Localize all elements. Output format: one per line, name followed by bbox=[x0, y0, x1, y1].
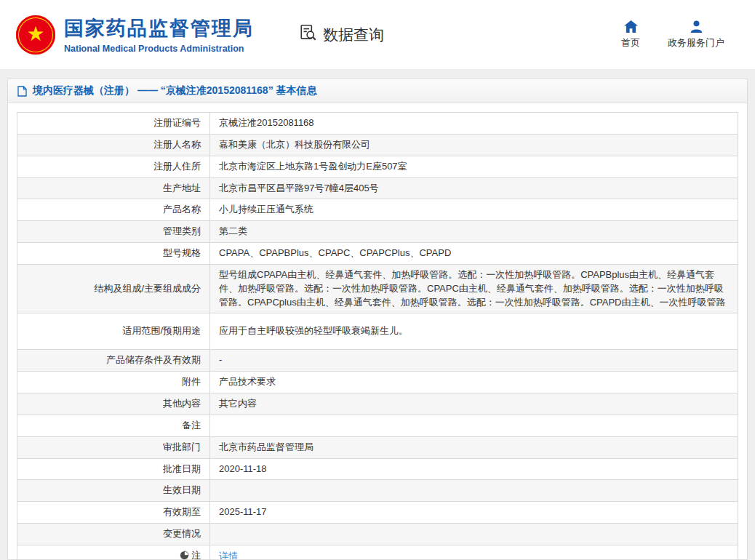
row-value: 小儿持续正压通气系统 bbox=[210, 199, 738, 221]
row-label-text: 结构及组成/主要组成成分 bbox=[94, 283, 201, 294]
national-emblem-icon: ★ bbox=[16, 15, 55, 55]
emblem-star-glyph: ★ bbox=[26, 24, 44, 44]
row-label-text: 注 bbox=[191, 550, 201, 560]
row-label: 型号规格 bbox=[17, 243, 210, 265]
row-label-text: 备注 bbox=[182, 420, 201, 431]
row-label-text: 注册人住所 bbox=[153, 161, 201, 172]
info-table: 注册证编号 京械注准20152081168 注册人名称 嘉和美康（北京）科技股份… bbox=[17, 112, 738, 560]
row-label-text: 适用范围/预期用途 bbox=[122, 325, 201, 336]
data-query-tab[interactable]: 数据查询 bbox=[299, 23, 384, 46]
table-row: 注册人住所 北京市海淀区上地东路1号盈创动力E座507室 bbox=[17, 156, 738, 177]
detail-link[interactable]: 详情 bbox=[219, 551, 238, 560]
page-body: 境内医疗器械（注册） —— “京械注准20152081168” 基本信息 注册证… bbox=[0, 70, 755, 560]
table-row: 产品名称 小儿持续正压通气系统 bbox=[17, 199, 738, 221]
user-icon bbox=[690, 20, 703, 33]
table-row: 其他内容 其它内容 bbox=[17, 393, 738, 415]
row-value: 北京市海淀区上地东路1号盈创动力E座507室 bbox=[210, 156, 738, 177]
row-value: 北京市药品监督管理局 bbox=[210, 436, 738, 458]
table-row: 批准日期 2020-11-18 bbox=[17, 458, 738, 480]
info-table-body: 注册证编号 京械注准20152081168 注册人名称 嘉和美康（北京）科技股份… bbox=[17, 113, 738, 560]
row-label: 管理类别 bbox=[17, 221, 210, 243]
row-label-text: 管理类别 bbox=[163, 225, 201, 236]
row-label-text: 其他内容 bbox=[163, 398, 201, 409]
table-row: 审批部门 北京市药品监督管理局 bbox=[17, 436, 738, 458]
page-title: 境内医疗器械（注册） —— “京械注准20152081168” 基本信息 bbox=[33, 84, 317, 97]
site-header: ★ 国家药品监督管理局 National Medical Products Ad… bbox=[0, 0, 755, 70]
table-row: 型号规格 CPAPA、CPAPBPlus、CPAPC、CPAPCPlus、CPA… bbox=[17, 243, 738, 265]
table-row: 注 详情 bbox=[17, 545, 738, 560]
row-value: 详情 bbox=[210, 545, 738, 560]
page: { "header": { "org_cn": "国家药品监督管理局", "or… bbox=[0, 0, 755, 560]
table-row: 有效期至 2025-11-17 bbox=[17, 502, 738, 524]
nav-portal[interactable]: 政务服务门户 bbox=[668, 20, 724, 49]
row-value: 应用于自主呼吸较强的轻型呼吸衰竭新生儿。 bbox=[210, 313, 738, 350]
table-row: 生产地址 北京市昌平区昌平路97号7幢4层405号 bbox=[17, 177, 738, 199]
row-value: 京械注准20152081168 bbox=[210, 113, 738, 135]
row-label-text: 生产地址 bbox=[163, 183, 201, 193]
row-value: CPAPA、CPAPBPlus、CPAPC、CPAPCPlus、CPAPD bbox=[210, 243, 738, 265]
row-value: 2020-11-18 bbox=[210, 458, 738, 480]
row-label-text: 产品储存条件及有效期 bbox=[106, 354, 201, 365]
row-label: 适用范围/预期用途 bbox=[17, 313, 210, 350]
table-row: 结构及组成/主要组成成分 型号组成CPAPA由主机、经鼻通气套件、加热呼吸管路。… bbox=[17, 264, 738, 313]
row-label: 注册人名称 bbox=[17, 134, 210, 156]
table-row: 生效日期 bbox=[17, 480, 738, 502]
pie-note-icon bbox=[180, 551, 189, 560]
org-name-en: National Medical Products Administration bbox=[64, 44, 254, 54]
row-value: 嘉和美康（北京）科技股份有限公司 bbox=[210, 134, 738, 156]
row-label-text: 批准日期 bbox=[163, 463, 201, 474]
row-label: 附件 bbox=[17, 372, 210, 393]
row-label: 结构及组成/主要组成成分 bbox=[17, 264, 210, 313]
row-value: 第二类 bbox=[210, 221, 738, 243]
row-label: 注册证编号 bbox=[17, 113, 210, 135]
row-value bbox=[210, 524, 738, 545]
table-row: 备注 bbox=[17, 415, 738, 436]
row-label: 审批部门 bbox=[17, 436, 210, 458]
org-names: 国家药品监督管理局 National Medical Products Admi… bbox=[64, 15, 254, 54]
org-name-cn: 国家药品监督管理局 bbox=[64, 15, 254, 41]
table-row: 管理类别 第二类 bbox=[17, 221, 738, 243]
row-label: 变更情况 bbox=[17, 524, 210, 545]
row-label: 注册人住所 bbox=[17, 156, 210, 177]
row-value: 北京市昌平区昌平路97号7幢4层405号 bbox=[210, 177, 738, 199]
site-logo[interactable]: ★ 国家药品监督管理局 National Medical Products Ad… bbox=[16, 15, 254, 55]
row-value: 产品技术要求 bbox=[210, 372, 738, 393]
top-nav: 首页 政务服务门户 bbox=[621, 20, 724, 49]
row-label: 批准日期 bbox=[17, 458, 210, 480]
breadcrumb-bar: 境内医疗器械（注册） —— “京械注准20152081168” 基本信息 bbox=[8, 79, 747, 103]
table-row: 注册证编号 京械注准20152081168 bbox=[17, 113, 738, 135]
document-icon bbox=[17, 86, 27, 97]
nav-portal-label: 政务服务门户 bbox=[668, 36, 724, 49]
table-row: 适用范围/预期用途 应用于自主呼吸较强的轻型呼吸衰竭新生儿。 bbox=[17, 313, 738, 350]
nav-home-label: 首页 bbox=[621, 36, 640, 49]
row-label: 生效日期 bbox=[17, 480, 210, 502]
data-query-label: 数据查询 bbox=[323, 25, 384, 45]
doc-search-icon bbox=[299, 23, 318, 46]
row-value bbox=[210, 480, 738, 502]
row-label: 备注 bbox=[17, 415, 210, 436]
row-label-text: 变更情况 bbox=[163, 528, 201, 539]
row-label: 产品储存条件及有效期 bbox=[17, 350, 210, 372]
row-value: 型号组成CPAPA由主机、经鼻通气套件、加热呼吸管路。选配：一次性加热呼吸管路。… bbox=[210, 264, 738, 313]
row-label: 有效期至 bbox=[17, 502, 210, 524]
row-value: 2025-11-17 bbox=[210, 502, 738, 524]
table-row: 注册人名称 嘉和美康（北京）科技股份有限公司 bbox=[17, 134, 738, 156]
row-label-text: 生效日期 bbox=[163, 484, 201, 495]
table-row: 变更情况 bbox=[17, 524, 738, 545]
row-label: 生产地址 bbox=[17, 177, 210, 199]
row-label: 注 bbox=[17, 545, 210, 560]
row-label-text: 注册人名称 bbox=[153, 139, 201, 150]
content-panel: 境内医疗器械（注册） —— “京械注准20152081168” 基本信息 注册证… bbox=[7, 79, 748, 560]
nav-home[interactable]: 首页 bbox=[621, 20, 640, 49]
row-value bbox=[210, 415, 738, 436]
row-label-text: 产品名称 bbox=[163, 204, 201, 215]
row-label-text: 附件 bbox=[182, 376, 201, 387]
row-label: 产品名称 bbox=[17, 199, 210, 221]
row-value: 其它内容 bbox=[210, 393, 738, 415]
row-label-text: 型号规格 bbox=[163, 247, 201, 258]
table-row: 附件 产品技术要求 bbox=[17, 372, 738, 393]
row-value: - bbox=[210, 350, 738, 372]
row-label-text: 有效期至 bbox=[163, 506, 201, 517]
row-label-text: 审批部门 bbox=[163, 441, 201, 452]
row-label-text: 注册证编号 bbox=[153, 117, 201, 128]
